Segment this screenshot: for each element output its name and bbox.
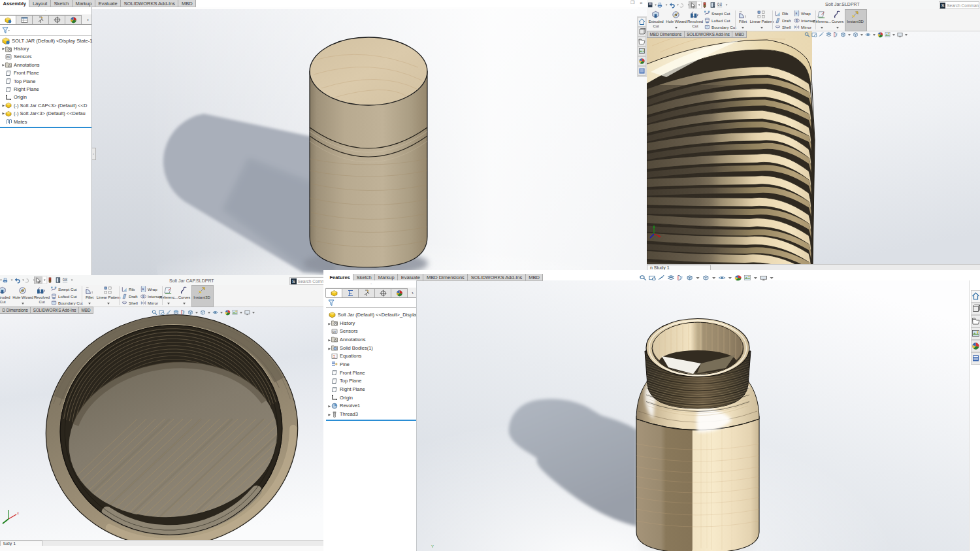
svg-text:cs: cs [7, 55, 10, 59]
svg-text:x: x [17, 511, 19, 515]
svg-text:68: 68 [63, 277, 68, 282]
svg-text:cs: cs [333, 329, 336, 333]
svg-text:68: 68 [717, 2, 723, 7]
svg-text:Σ: Σ [333, 354, 336, 358]
svg-text:Y: Y [431, 544, 434, 548]
